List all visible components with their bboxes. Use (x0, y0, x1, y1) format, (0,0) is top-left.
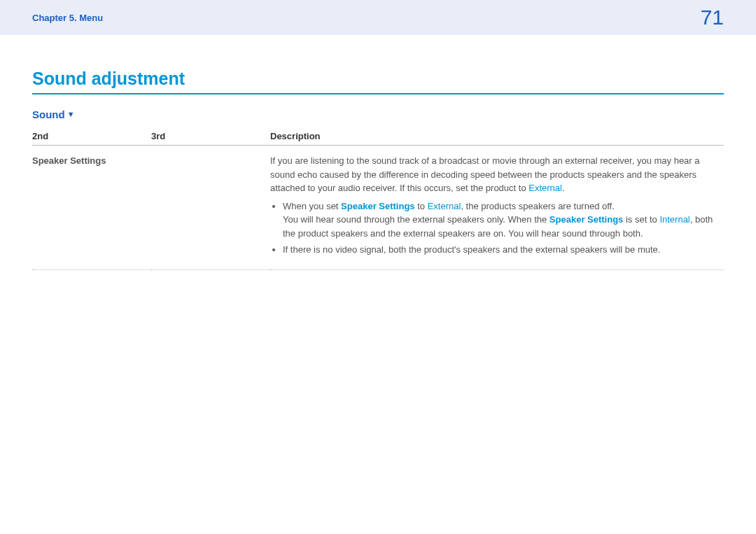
li-text: You will hear sound through the external… (283, 214, 550, 225)
list-item: When you set Speaker Settings to Externa… (283, 199, 720, 241)
page-title: Sound adjustment (32, 69, 724, 94)
highlight-internal: Internal (659, 214, 690, 225)
page-content: Sound adjustment Sound ▼ 2nd 3rd Descrip… (0, 35, 756, 270)
li-text: If there is no video signal, both the pr… (283, 244, 660, 255)
breadcrumb: Chapter 5. Menu (32, 13, 103, 23)
chevron-down-icon: ▼ (67, 111, 75, 118)
list-item: If there is no video signal, both the pr… (283, 243, 720, 257)
cell-3rd (151, 146, 270, 270)
table-header: 2nd 3rd Description (32, 127, 724, 146)
li-text: When you set (283, 201, 341, 211)
desc-list: When you set Speaker Settings to Externa… (270, 199, 720, 257)
desc-text: If you are listening to the sound track … (270, 155, 700, 193)
section-label: Sound ▼ (32, 108, 724, 120)
cell-2nd: Speaker Settings (32, 146, 151, 270)
highlight-speaker-settings: Speaker Settings (550, 214, 624, 225)
table-row: Speaker Settings If you are listening to… (32, 146, 724, 270)
highlight-external: External (428, 201, 461, 211)
li-text: is set to (623, 214, 659, 225)
section-text: Sound (32, 108, 65, 120)
header-bar: Chapter 5. Menu 71 (0, 0, 756, 35)
li-text: , the products speakers are turned off. (461, 201, 614, 211)
page-number: 71 (701, 6, 724, 29)
cell-description: If you are listening to the sound track … (270, 146, 724, 270)
th-3rd: 3rd (151, 127, 270, 146)
th-description: Description (270, 127, 724, 146)
li-text: to (415, 201, 428, 211)
settings-table: 2nd 3rd Description Speaker Settings If … (32, 127, 724, 270)
th-2nd: 2nd (32, 127, 151, 146)
desc-paragraph: If you are listening to the sound track … (270, 154, 720, 195)
desc-text: . (562, 183, 565, 193)
highlight-speaker-settings: Speaker Settings (341, 201, 415, 211)
highlight-external: External (528, 183, 562, 193)
